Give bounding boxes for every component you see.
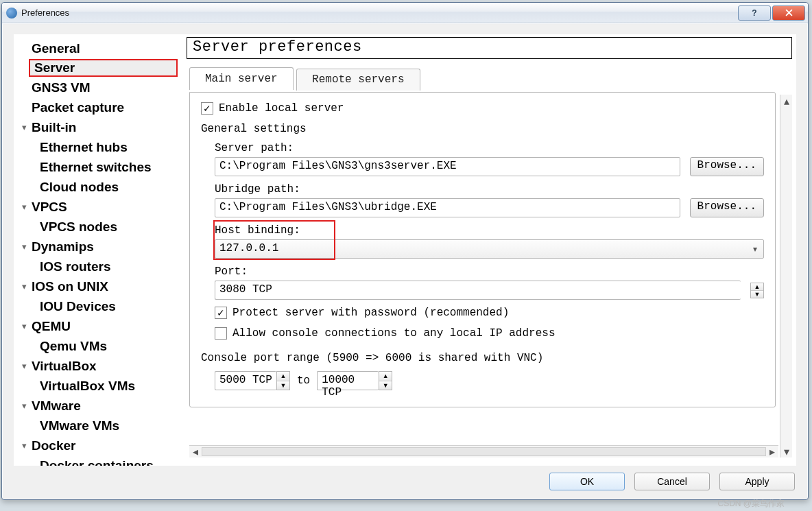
ubridge-path-input[interactable]: C:\Program Files\GNS3\ubridge.EXE (215, 198, 680, 217)
scroll-left-icon[interactable]: ◂ (189, 446, 202, 457)
tree-item-packet-capture[interactable]: Packet capture (16, 97, 183, 117)
tab-page-main: Enable local server General settings Ser… (189, 92, 776, 407)
tree-item-docker-containers[interactable]: Docker containers (16, 455, 183, 466)
app-icon (6, 8, 17, 19)
console-from-input[interactable]: 5000 TCP (215, 371, 276, 390)
tree-item-qemu[interactable]: ▾QEMU (16, 316, 183, 336)
tree-item-iou-devices[interactable]: IOU Devices (16, 296, 183, 316)
tree-item-label: VMware VMs (40, 418, 119, 433)
allow-console-label: Allow console connections to any local I… (232, 327, 555, 340)
apply-button[interactable]: Apply (719, 473, 795, 490)
expander-icon[interactable]: ▾ (16, 241, 32, 252)
tree-item-docker[interactable]: ▾Docker (16, 436, 183, 455)
expander-icon[interactable]: ▾ (16, 401, 32, 411)
expander-icon[interactable]: ▾ (16, 122, 32, 132)
tree-item-cloud-nodes[interactable]: Cloud nodes (16, 177, 183, 197)
tab-bar: Main server Remote servers (189, 67, 776, 92)
tree-item-label: Ethernet hubs (40, 140, 128, 155)
host-binding-combo[interactable]: 127.0.0.1 (215, 239, 764, 259)
tree-item-virtualbox-vms[interactable]: VirtualBox VMs (16, 376, 183, 396)
tree-item-vpcs[interactable]: ▾VPCS (16, 197, 183, 217)
tree-item-label: QEMU (32, 319, 71, 334)
scrollbar-thumb[interactable] (202, 447, 766, 456)
cancel-button[interactable]: Cancel (634, 473, 710, 490)
tree-item-label: VMware (32, 399, 81, 414)
expander-icon[interactable]: ▾ (16, 321, 32, 331)
expander-icon[interactable]: ▾ (16, 281, 32, 292)
inner-split: GeneralServerGNS3 VMPacket capture▾Built… (14, 34, 796, 466)
tree-item-label: VPCS (32, 200, 67, 215)
scroll-down-icon[interactable]: ▾ (780, 445, 792, 457)
general-settings-heading: General settings (201, 123, 764, 135)
tree-item-ethernet-hubs[interactable]: Ethernet hubs (16, 137, 183, 157)
category-tree[interactable]: GeneralServerGNS3 VMPacket capture▾Built… (14, 34, 184, 466)
browse-ubridge-path-button[interactable]: Browse... (690, 198, 764, 217)
tree-item-label: Server (34, 60, 75, 75)
tab-remote-servers[interactable]: Remote servers (296, 69, 420, 91)
port-spin-buttons[interactable]: ▲ ▼ (750, 283, 764, 298)
tree-item-virtualbox[interactable]: ▾VirtualBox (16, 356, 183, 376)
chevron-down-icon[interactable]: ▼ (379, 381, 392, 390)
scroll-viewport: Main server Remote servers Enable local … (187, 64, 778, 448)
tree-item-vpcs-nodes[interactable]: VPCS nodes (16, 217, 183, 237)
spin-buttons[interactable]: ▲ ▼ (276, 371, 290, 390)
chevron-up-icon[interactable]: ▲ (277, 372, 289, 381)
tree-item-server[interactable]: Server (29, 59, 178, 77)
chevron-down-icon[interactable]: ▼ (277, 381, 289, 390)
scroll-up-icon[interactable]: ▴ (780, 95, 792, 107)
chevron-up-icon[interactable]: ▲ (751, 283, 763, 291)
scroll-right-icon[interactable]: ▸ (766, 446, 778, 457)
tree-item-gns3-vm[interactable]: GNS3 VM (16, 78, 183, 97)
tree-item-vmware[interactable]: ▾VMware (16, 396, 183, 416)
tree-item-dynamips[interactable]: ▾Dynamips (16, 237, 183, 257)
spin-buttons[interactable]: ▲ ▼ (379, 371, 392, 390)
client-area: GeneralServerGNS3 VMPacket capture▾Built… (3, 24, 807, 499)
console-to-input[interactable]: 10000 TCP (317, 371, 379, 390)
tree-item-ios-on-unix[interactable]: ▾IOS on UNIX (16, 276, 183, 296)
right-pane: Server preferences Main server Remote se… (184, 34, 796, 466)
chevron-down-icon[interactable]: ▾ (753, 244, 757, 254)
vertical-scrollbar[interactable]: ▴ ▾ (780, 95, 792, 457)
expander-icon[interactable]: ▾ (16, 202, 32, 212)
tree-item-general[interactable]: General (16, 38, 183, 58)
tree-item-label: VPCS nodes (40, 219, 117, 235)
tab-main-server[interactable]: Main server (189, 67, 294, 90)
chevron-up-icon[interactable]: ▲ (379, 372, 392, 381)
tree-item-ios-routers[interactable]: IOS routers (16, 257, 183, 276)
server-path-input[interactable]: C:\Program Files\GNS3\gns3server.EXE (215, 157, 680, 176)
expander-icon[interactable]: ▾ (16, 440, 32, 451)
console-range-heading: Console port range (5900 => 6000 is shar… (201, 352, 764, 364)
allow-console-checkbox[interactable]: Allow console connections to any local I… (215, 327, 764, 340)
help-button[interactable]: ? (738, 5, 771, 21)
checkbox-icon (215, 327, 227, 340)
tree-item-label: Cloud nodes (40, 180, 119, 195)
tree-item-vmware-vms[interactable]: VMware VMs (16, 416, 183, 436)
host-binding-label: Host binding: (215, 224, 764, 237)
titlebar[interactable]: Preferences ? (2, 3, 808, 23)
tree-item-qemu-vms[interactable]: Qemu VMs (16, 336, 183, 356)
tree-item-label: General (32, 41, 80, 56)
content-area: Main server Remote servers Enable local … (187, 64, 792, 462)
ok-button[interactable]: OK (549, 473, 625, 490)
protect-password-label: Protect server with password (recommende… (232, 307, 509, 319)
close-button[interactable] (772, 5, 805, 21)
tree-item-built-in[interactable]: ▾Built-in (16, 117, 183, 137)
expander-icon[interactable]: ▾ (16, 361, 32, 371)
tree-item-ethernet-switches[interactable]: Ethernet switches (16, 157, 183, 177)
port-input[interactable]: 3080 TCP (215, 281, 741, 300)
port-label: Port: (215, 265, 764, 278)
chevron-down-icon[interactable]: ▼ (751, 291, 763, 298)
preferences-window: Preferences ? GeneralServerGNS3 VMPacket… (1, 2, 809, 500)
tree-item-label: Ethernet switches (40, 160, 152, 175)
tree-item-label: IOS routers (40, 259, 110, 274)
tree-item-label: Dynamips (32, 239, 94, 254)
browse-server-path-button[interactable]: Browse... (690, 157, 764, 176)
page-title: Server preferences (187, 37, 792, 59)
checkbox-icon (201, 102, 213, 115)
tree-item-label: IOS on UNIX (32, 279, 108, 294)
checkbox-icon (215, 307, 227, 319)
enable-local-server-label: Enable local server (219, 102, 344, 115)
enable-local-server-checkbox[interactable]: Enable local server (201, 102, 764, 115)
protect-password-checkbox[interactable]: Protect server with password (recommende… (215, 307, 764, 319)
horizontal-scrollbar[interactable]: ◂ ▸ (189, 445, 778, 457)
